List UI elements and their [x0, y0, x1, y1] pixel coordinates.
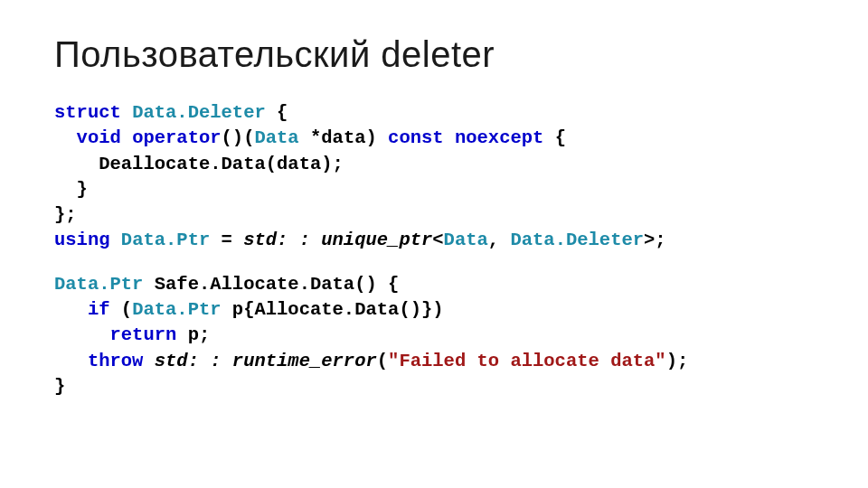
- arg: *data): [299, 127, 388, 148]
- keyword-noexcept: noexcept: [455, 127, 543, 148]
- brace: };: [54, 204, 77, 225]
- keyword-operator: operator: [132, 127, 221, 148]
- rest: p{Allocate.Data()}): [222, 299, 444, 320]
- paren: (: [110, 299, 133, 320]
- brace: {: [543, 127, 566, 148]
- paren: (: [377, 351, 388, 371]
- sp: [143, 351, 154, 371]
- paren: );: [666, 351, 689, 371]
- slide: Пользовательский deleter struct Data.Del…: [0, 0, 868, 399]
- brace: {: [266, 102, 288, 123]
- fn-safeallocate: Safe.Allocate.Data() {: [143, 274, 399, 295]
- gt: >;: [644, 230, 666, 250]
- brace: }: [77, 179, 88, 200]
- paren: ()(: [222, 127, 255, 148]
- type-datadeleter: Data.Deleter: [132, 102, 266, 123]
- slide-title: Пользовательский deleter: [54, 34, 814, 75]
- comma: ,: [488, 230, 511, 250]
- call-deallocate: Deallocate.Data(data);: [99, 154, 344, 174]
- lt: <: [432, 230, 443, 250]
- keyword-if: if: [88, 299, 110, 320]
- type-data: Data: [254, 127, 298, 148]
- keyword-struct: struct: [54, 102, 121, 123]
- type-dataptr: Data.Ptr: [132, 299, 221, 320]
- keyword-const: const: [388, 127, 444, 148]
- blank-line: [54, 254, 814, 272]
- keyword-return: return: [110, 324, 177, 345]
- code-block: struct Data.Deleter { void operator()(Da…: [54, 100, 814, 399]
- keyword-using: using: [54, 230, 110, 250]
- eq: =: [210, 230, 243, 250]
- keyword-void: void: [77, 127, 121, 148]
- keyword-throw: throw: [88, 351, 144, 371]
- sp: [444, 127, 455, 148]
- string-literal: "Failed to allocate data": [388, 351, 666, 371]
- type-data: Data: [444, 230, 488, 250]
- std-runtimeerror: std: : runtime_error: [155, 351, 377, 371]
- std-uniqueptr: std: : unique_ptr: [243, 230, 432, 250]
- brace: }: [54, 376, 65, 397]
- rest: p;: [176, 324, 210, 345]
- type-dataptr: Data.Ptr: [54, 274, 143, 295]
- type-dataptr: Data.Ptr: [121, 230, 210, 250]
- type-datadeleter: Data.Deleter: [510, 230, 644, 250]
